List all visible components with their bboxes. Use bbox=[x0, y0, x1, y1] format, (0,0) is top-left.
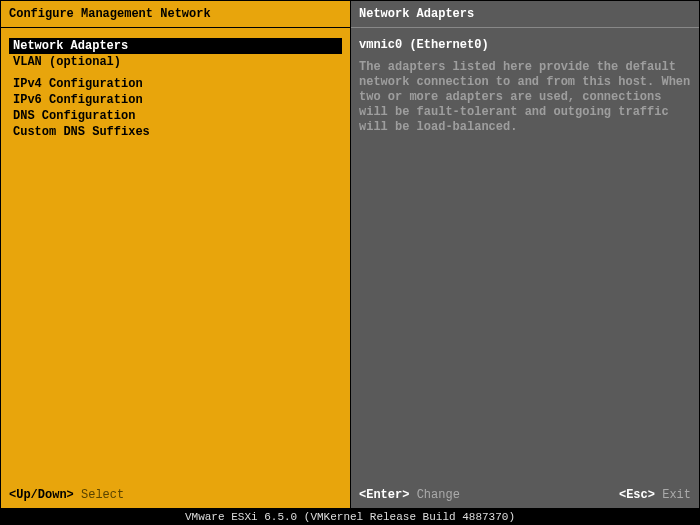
menu-group-1: Network Adapters VLAN (optional) bbox=[9, 38, 342, 70]
right-panel-title: Network Adapters bbox=[351, 1, 699, 28]
hint-updown-key: <Up/Down> bbox=[9, 488, 74, 502]
left-panel-title: Configure Management Network bbox=[1, 1, 350, 28]
menu-item-vlan[interactable]: VLAN (optional) bbox=[9, 54, 342, 70]
menu-item-ipv6[interactable]: IPv6 Configuration bbox=[9, 92, 342, 108]
menu-item-ipv4[interactable]: IPv4 Configuration bbox=[9, 76, 342, 92]
hint-enter-key: <Enter> bbox=[359, 488, 409, 502]
hint-esc: <Esc> Exit bbox=[619, 488, 691, 502]
menu-item-network-adapters[interactable]: Network Adapters bbox=[9, 38, 342, 54]
statusbar: VMware ESXi 6.5.0 (VMKernel Release Buil… bbox=[0, 509, 700, 525]
dcui-screen: Configure Management Network Network Ada… bbox=[0, 0, 700, 525]
help-text: The adapters listed here provide the def… bbox=[359, 60, 691, 135]
left-panel: Configure Management Network Network Ada… bbox=[0, 0, 350, 509]
hint-esc-key: <Esc> bbox=[619, 488, 655, 502]
hint-esc-label: Exit bbox=[662, 488, 691, 502]
adapter-name: vmnic0 (Ethernet0) bbox=[359, 38, 691, 52]
hint-enter-label: Change bbox=[417, 488, 460, 502]
left-panel-body: Network Adapters VLAN (optional) IPv4 Co… bbox=[1, 28, 350, 484]
menu-group-2: IPv4 Configuration IPv6 Configuration DN… bbox=[9, 76, 342, 140]
hint-enter: <Enter> Change bbox=[359, 488, 460, 502]
main-area: Configure Management Network Network Ada… bbox=[0, 0, 700, 509]
right-panel-footer: <Enter> Change <Esc> Exit bbox=[351, 484, 699, 508]
right-panel: Network Adapters vmnic0 (Ethernet0) The … bbox=[350, 0, 700, 509]
right-panel-body: vmnic0 (Ethernet0) The adapters listed h… bbox=[351, 28, 699, 484]
menu-item-custom-dns-suffixes[interactable]: Custom DNS Suffixes bbox=[9, 124, 342, 140]
hint-updown: <Up/Down> Select bbox=[9, 488, 124, 502]
left-panel-footer: <Up/Down> Select bbox=[1, 484, 350, 508]
menu-item-dns[interactable]: DNS Configuration bbox=[9, 108, 342, 124]
hint-updown-label: Select bbox=[81, 488, 124, 502]
